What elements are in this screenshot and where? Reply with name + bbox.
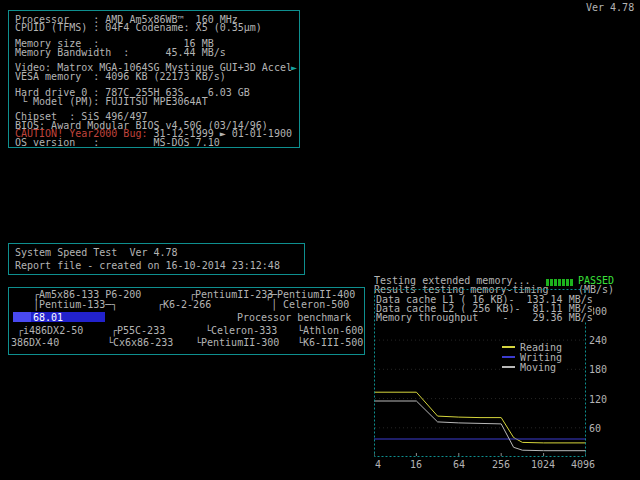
x-axis-tick: 64 [453,460,465,469]
benchmark-score: 68.01 [33,313,63,322]
cpu-marker: └Cx6x86-233 [107,338,173,347]
truncation-arrow-icon: ► [291,63,297,72]
legend-label: Reading [520,343,562,352]
chart-legend: Reading Writing Moving [500,341,564,373]
throughput-result: Memory throughput - 29.36 MB/s [376,313,593,322]
cpu-marker: ┌K6-2-266 [157,300,211,309]
sysinfo-vesa: VESA memory : 4096 KB (22173 KB/s) [15,72,226,81]
legend-row: Reading [502,342,562,352]
x-axis-tick: 1024 [531,460,555,469]
score-bar-cap [13,312,31,322]
writing-line-swatch [502,356,515,358]
legend-label: Moving [520,363,556,372]
cpu-marker: └Celeron-333 [205,326,277,335]
moving-line-swatch [502,366,515,368]
cpu-marker: ┌─PentiumII-400 [265,290,355,299]
report-title: System Speed Test Ver 4.78 [15,248,178,257]
benchmark-panel: ┌Am5x86-133 P6-200 ┌PentiumII-233 ┌─Pent… [8,287,365,355]
x-axis-tick: 4 [375,460,381,469]
cpu-marker: ┌P55C-233 [111,326,165,335]
cpu-marker: └PentiumII-300 [195,338,279,347]
cpu-marker: ┌i486DX2-50 [17,326,83,335]
legend-label: Writing [520,353,562,362]
y-axis-tick: 120 [589,395,607,404]
cpu-marker: 386DX-40 [11,338,59,347]
reading-line-swatch [502,346,515,348]
memory-test-progressbar [546,279,574,286]
x-axis-tick: 256 [492,460,510,469]
cpu-marker: │Pentium-133─┐ [33,300,117,309]
y-axis-tick: 60 [589,424,601,433]
report-created: Report file - created on 16-10-2014 23:1… [15,261,280,270]
legend-row: Writing [502,352,562,362]
x-axis-tick: 16 [410,460,422,469]
cpu-marker: │ Celeron-500 [271,300,349,309]
sysinfo-hdd-model: └ Model (PM): FUJITSU MPE3064AT [15,97,208,106]
benchmark-title: Processor benchmark [237,313,351,322]
cpu-marker: └K6-III-500 [297,338,363,347]
x-axis-tick: 4096 [571,460,595,469]
cpu-marker: ┌Am5x86-133 P6-200 [33,290,141,299]
speedsys-screen: { "header": { "version": "Ver 4.78" }, "… [0,0,640,480]
sysinfo-memory-bandwidth: Memory Bandwidth : 45.44 MB/s [15,48,226,57]
cpu-marker: ┌PentiumII-233 [189,290,273,299]
legend-row: Moving [502,362,562,372]
sysinfo-cpuid: CPUID (TFMS) : 04F4 Codename: X5 (0.35µm… [15,23,262,32]
y-axis-tick: 180 [589,365,607,374]
report-panel: System Speed Test Ver 4.78 Report file -… [8,243,305,275]
system-info-panel: Processor : AMD Am5x86WB™ 160 MHz CPUID … [8,10,300,148]
version-label: Ver 4.78 [586,3,634,12]
sysinfo-os-version: OS version : MS-DOS 7.10 [15,138,220,147]
y-axis-tick: 240 [589,336,607,345]
cpu-marker: └Athlon-600 [297,326,363,335]
